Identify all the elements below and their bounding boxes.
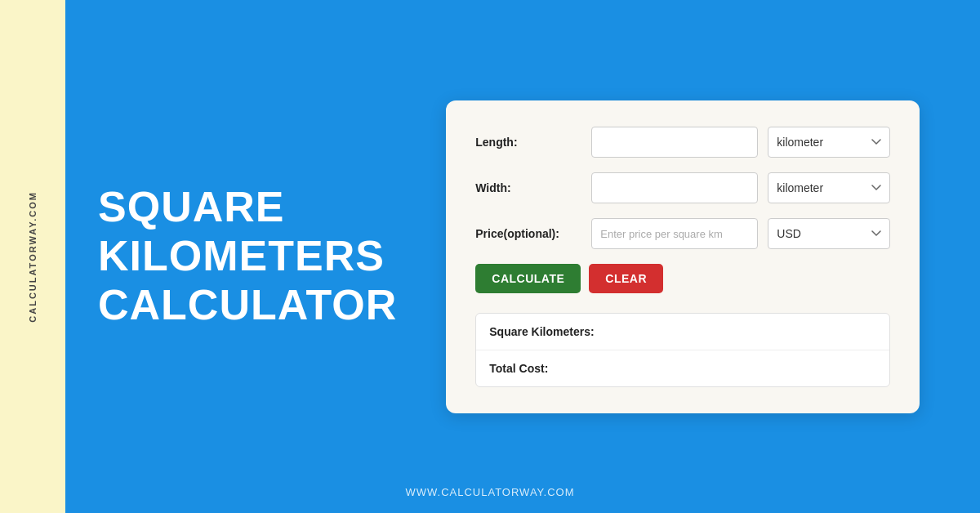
clear-button[interactable]: CLEAR bbox=[589, 264, 663, 293]
price-row: Price(optional): USD EUR GBP JPY bbox=[475, 218, 890, 249]
length-unit-select[interactable]: kilometer meter centimeter mile yard foo… bbox=[768, 127, 890, 158]
price-label: Price(optional): bbox=[475, 227, 581, 240]
results-section: Square Kilometers: Total Cost: bbox=[475, 313, 890, 387]
currency-select[interactable]: USD EUR GBP JPY bbox=[768, 218, 890, 249]
page-title: SQUARE KILOMETERS CALCULATOR bbox=[98, 183, 397, 329]
length-label: Length: bbox=[475, 136, 581, 149]
sq-km-result-row: Square Kilometers: bbox=[476, 314, 889, 350]
width-label: Width: bbox=[475, 181, 581, 194]
width-input[interactable] bbox=[591, 172, 758, 203]
left-strip: CALCULATORWAY.COM bbox=[0, 0, 65, 513]
length-row: Length: kilometer meter centimeter mile … bbox=[475, 127, 890, 158]
calculator-card: Length: kilometer meter centimeter mile … bbox=[446, 100, 920, 413]
width-unit-select[interactable]: kilometer meter centimeter mile yard foo… bbox=[768, 172, 890, 203]
total-cost-result-row: Total Cost: bbox=[476, 350, 889, 386]
length-input[interactable] bbox=[591, 127, 758, 158]
calculate-button[interactable]: CALCULATE bbox=[475, 264, 581, 293]
width-row: Width: kilometer meter centimeter mile y… bbox=[475, 172, 890, 203]
button-row: CALCULATE CLEAR bbox=[475, 264, 890, 293]
sidebar-brand-text: CALCULATORWAY.COM bbox=[28, 191, 38, 323]
heading-section: SQUARE KILOMETERS CALCULATOR bbox=[98, 183, 397, 329]
price-input[interactable] bbox=[591, 218, 758, 249]
sq-km-label: Square Kilometers: bbox=[489, 325, 620, 338]
total-cost-label: Total Cost: bbox=[489, 362, 620, 375]
main-content: SQUARE KILOMETERS CALCULATOR Length: kil… bbox=[65, 0, 980, 513]
footer-url: WWW.CALCULATORWAY.COM bbox=[405, 486, 574, 498]
